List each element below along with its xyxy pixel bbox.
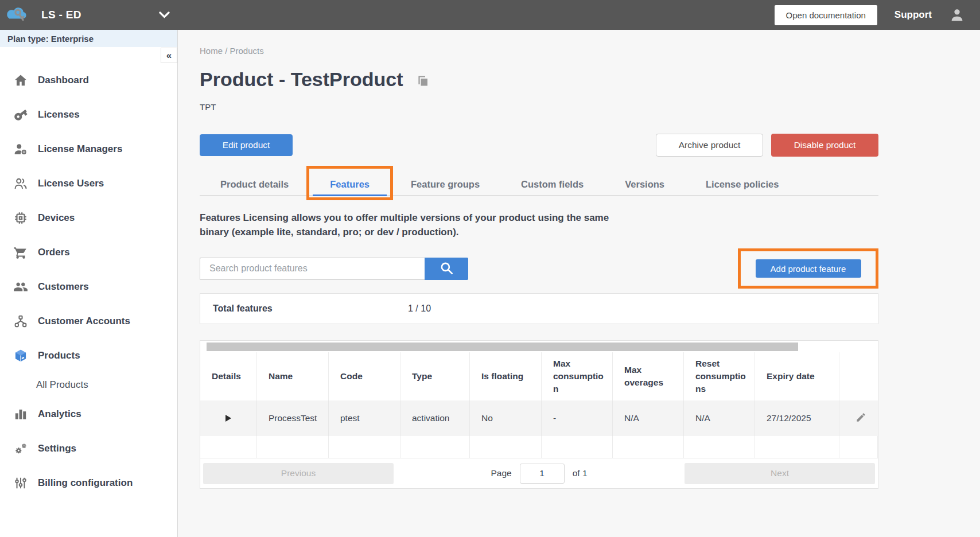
org-switcher[interactable]: LS - ED xyxy=(0,0,178,30)
sidebar-item-label: Licenses xyxy=(38,109,80,120)
page-title: Product - TestProduct xyxy=(200,68,403,91)
table-row: ProcessTest ptest activation No - N/A N/… xyxy=(200,400,878,436)
home-icon xyxy=(13,73,28,88)
app-screen: LS - ED Open documentation Support Plan … xyxy=(0,0,980,537)
col-header-actions xyxy=(839,352,878,400)
search-icon xyxy=(439,260,454,277)
sidebar-item-label: Billing configuration xyxy=(38,477,133,489)
col-header-name: Name xyxy=(257,352,329,400)
cell-actions xyxy=(839,400,878,436)
sidebar-collapse-button[interactable]: « xyxy=(161,48,177,63)
tab-features-label: Features xyxy=(330,179,370,190)
copy-icon[interactable] xyxy=(416,74,430,88)
sidebar-item-customer-accounts[interactable]: Customer Accounts xyxy=(0,304,177,338)
col-header-details: Details xyxy=(200,352,257,400)
col-header-type: Type xyxy=(400,352,470,400)
next-page-button[interactable]: Next xyxy=(685,463,875,484)
col-header-expiry-date: Expiry date xyxy=(755,352,839,400)
sidebar: Plan type: Enterprise « Dashboard Licens… xyxy=(0,30,178,537)
total-features-label: Total features xyxy=(213,303,408,314)
col-header-is-floating: Is floating xyxy=(470,352,542,400)
support-link[interactable]: Support xyxy=(895,9,932,21)
sidebar-item-label: Customers xyxy=(38,281,89,293)
tab-versions[interactable]: Versions xyxy=(604,173,685,196)
sidebar-item-customers[interactable]: Customers xyxy=(0,270,177,304)
sidebar-item-licenses[interactable]: Licenses xyxy=(0,98,177,132)
sidebar-item-dashboard[interactable]: Dashboard xyxy=(0,63,177,98)
sidebar-item-label: Customer Accounts xyxy=(38,316,130,327)
chevron-down-icon[interactable] xyxy=(159,11,170,18)
sidebar-item-label: Analytics xyxy=(38,408,81,420)
sidebar-item-all-products[interactable]: All Products xyxy=(0,373,177,397)
sidebar-item-label: License Managers xyxy=(38,143,122,155)
sidebar-subitem-label: All Products xyxy=(36,379,88,391)
sidebar-item-label: License Users xyxy=(38,178,104,189)
sidebar-item-label: Settings xyxy=(38,443,76,454)
total-features-value: 1 / 10 xyxy=(408,303,431,314)
open-documentation-button[interactable]: Open documentation xyxy=(775,5,877,25)
previous-page-button[interactable]: Previous xyxy=(203,463,394,484)
top-bar: LS - ED Open documentation Support xyxy=(0,0,980,30)
page-number-input[interactable] xyxy=(520,464,565,484)
sidebar-item-label: Dashboard xyxy=(38,75,89,86)
table-empty-row xyxy=(200,436,878,458)
cell-expiry-date: 27/12/2025 xyxy=(755,400,839,436)
expand-row-icon[interactable] xyxy=(225,415,231,422)
key-icon xyxy=(13,107,28,123)
sidebar-item-settings[interactable]: Settings xyxy=(0,431,177,466)
annotation-box-add-feature: Add product feature xyxy=(738,248,878,289)
cell-details xyxy=(200,400,257,436)
tab-features[interactable]: Features xyxy=(309,173,390,196)
sidebar-item-orders[interactable]: Orders xyxy=(0,235,177,270)
features-description: Features Licensing allows you to offer m… xyxy=(200,211,636,239)
tab-custom-fields[interactable]: Custom fields xyxy=(500,173,604,196)
table-horizontal-scrollbar xyxy=(200,341,878,352)
col-header-max-overages: Max overages xyxy=(613,352,684,400)
archive-product-button[interactable]: Archive product xyxy=(656,134,763,157)
total-features-card: Total features 1 / 10 xyxy=(200,293,878,324)
cart-icon xyxy=(13,245,28,260)
sidebar-item-devices[interactable]: Devices xyxy=(0,201,177,235)
col-header-max-consumption: Max consumption xyxy=(542,352,613,400)
org-name: LS - ED xyxy=(41,9,81,21)
add-product-feature-button[interactable]: Add product feature xyxy=(756,259,861,278)
title-row: Product - TestProduct xyxy=(200,68,878,91)
scrollbar-thumb[interactable] xyxy=(207,343,798,351)
sidebar-item-billing-configuration[interactable]: Billing configuration xyxy=(0,466,177,500)
features-table: Details Name Code Type Is floating Max c… xyxy=(200,340,878,489)
app-logo-cloud-key-icon xyxy=(5,3,30,26)
tab-product-details[interactable]: Product details xyxy=(200,173,309,196)
sidebar-item-analytics[interactable]: Analytics xyxy=(0,397,177,431)
cell-code: ptest xyxy=(329,400,400,436)
tab-license-policies[interactable]: License policies xyxy=(685,173,799,196)
cell-max-overages: N/A xyxy=(613,400,684,436)
sidebar-item-label: Products xyxy=(38,350,80,361)
edit-product-button[interactable]: Edit product xyxy=(200,134,293,156)
user-gear-icon xyxy=(13,142,28,157)
main-content: Home / Products Product - TestProduct TP… xyxy=(178,30,980,537)
user-avatar-icon[interactable] xyxy=(949,7,965,23)
breadcrumb[interactable]: Home / Products xyxy=(200,46,878,56)
cube-icon xyxy=(13,348,28,364)
col-header-code: Code xyxy=(329,352,400,400)
page-indicator: Page of 1 xyxy=(394,464,685,484)
cell-max-consumption: - xyxy=(542,400,613,436)
cell-name: ProcessTest xyxy=(257,400,329,436)
search-input[interactable] xyxy=(200,258,425,280)
sidebar-item-label: Devices xyxy=(38,212,75,224)
disable-product-button[interactable]: Disable product xyxy=(771,134,878,157)
search-group xyxy=(200,258,468,280)
pencil-edit-icon[interactable] xyxy=(855,412,866,425)
people-icon xyxy=(13,279,28,295)
sidebar-item-license-users[interactable]: License Users xyxy=(0,166,177,201)
sidebar-item-products[interactable]: Products xyxy=(0,338,177,373)
search-button[interactable] xyxy=(425,258,468,280)
tab-feature-groups[interactable]: Feature groups xyxy=(390,173,500,196)
table-header-row: Details Name Code Type Is floating Max c… xyxy=(200,352,878,400)
gears-icon xyxy=(13,441,28,457)
users-outline-icon xyxy=(13,176,28,192)
cell-type: activation xyxy=(400,400,470,436)
plan-type-banner: Plan type: Enterprise xyxy=(0,30,177,47)
sidebar-item-license-managers[interactable]: License Managers xyxy=(0,132,177,166)
product-tabs: Product details Features Feature groups … xyxy=(200,173,878,196)
